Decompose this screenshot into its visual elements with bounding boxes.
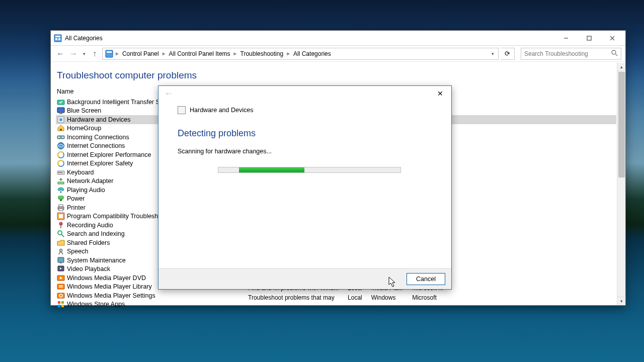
list-item-label: Power xyxy=(67,195,85,202)
navigation-bar: ← → ▾ ↑ ► Control Panel ► All Control Pa… xyxy=(51,46,625,62)
troubleshooter-item-icon xyxy=(57,142,65,150)
list-item-label: Program Compatibility Troubleshooter xyxy=(67,213,173,220)
list-item-label: Network Adapter xyxy=(67,177,113,185)
troubleshooter-item-icon xyxy=(57,168,65,176)
scrollbar-thumb[interactable] xyxy=(618,72,625,177)
list-item-label: Playing Audio xyxy=(67,187,105,194)
address-dropdown-icon[interactable]: ▾ xyxy=(488,48,497,59)
list-item-label: Internet Connections xyxy=(67,142,125,149)
svg-rect-27 xyxy=(61,172,62,173)
window-title: All Categories xyxy=(65,35,554,42)
progress-bar xyxy=(218,167,401,173)
control-panel-icon xyxy=(54,34,62,42)
breadcrumb-segment[interactable]: Troubleshooting xyxy=(238,48,286,59)
svg-line-11 xyxy=(615,54,617,56)
troubleshooter-item-icon xyxy=(57,265,65,273)
svg-rect-13 xyxy=(57,108,64,113)
svg-rect-5 xyxy=(587,36,591,40)
svg-rect-49 xyxy=(59,285,63,286)
breadcrumb-separator-icon: ► xyxy=(162,51,167,56)
refresh-button[interactable]: ⟳ xyxy=(501,48,515,60)
svg-point-41 xyxy=(59,249,62,252)
troubleshooter-item-icon xyxy=(57,230,65,238)
list-item-label: Hardware and Devices xyxy=(67,116,130,123)
nav-forward-button[interactable]: → xyxy=(68,48,79,59)
svg-rect-43 xyxy=(60,262,62,263)
vertical-scrollbar[interactable]: ▴ ▾ xyxy=(617,63,625,305)
troubleshooter-item-icon xyxy=(57,283,65,291)
list-item-label: Search and Indexing xyxy=(67,230,125,237)
dialog-back-button: ← xyxy=(163,87,175,100)
list-item-label: HomeGroup xyxy=(67,125,101,132)
svg-rect-31 xyxy=(60,199,62,201)
svg-rect-29 xyxy=(60,191,61,193)
loc-cell: Local xyxy=(348,294,370,302)
window-maximize-button[interactable] xyxy=(578,31,601,45)
svg-rect-42 xyxy=(58,257,64,262)
nav-up-button[interactable]: ↑ xyxy=(89,48,100,59)
search-icon xyxy=(611,50,618,58)
troubleshooter-item-icon xyxy=(57,292,65,300)
scrollbar-down-button[interactable]: ▾ xyxy=(617,297,626,305)
search-input[interactable]: Search Troubleshooting xyxy=(521,48,621,60)
list-item-label: Windows Media Player DVD xyxy=(67,275,146,282)
svg-rect-36 xyxy=(59,214,63,218)
dialog-status-message: Scanning for hardware changes... xyxy=(158,139,451,155)
troubleshooter-item-icon xyxy=(57,195,65,203)
nav-back-button[interactable]: ← xyxy=(55,48,66,59)
scrollbar-up-button[interactable]: ▴ xyxy=(617,63,626,71)
window-close-button[interactable] xyxy=(601,31,624,45)
breadcrumb-segment[interactable]: All Categories xyxy=(291,48,334,59)
search-placeholder: Search Troubleshooting xyxy=(524,50,588,57)
troubleshooter-item-icon xyxy=(57,133,65,141)
troubleshooter-item-icon xyxy=(57,98,65,106)
svg-rect-53 xyxy=(58,301,60,304)
list-item-label: Incoming Connections xyxy=(67,134,129,141)
svg-rect-54 xyxy=(61,301,64,304)
list-item-label: Windows Media Player Settings xyxy=(67,292,155,299)
svg-point-21 xyxy=(58,143,64,149)
svg-rect-33 xyxy=(59,205,63,207)
list-item-label: Recording Audio xyxy=(67,222,113,229)
list-item-label: System Maintenance xyxy=(67,257,126,264)
troubleshooter-icon xyxy=(178,106,186,114)
progress-bar-fill xyxy=(239,167,304,172)
breadcrumb-segment[interactable]: All Control Panel Items xyxy=(167,48,233,59)
troubleshooter-item-icon xyxy=(57,177,65,185)
list-item-label: Printer xyxy=(67,204,86,211)
svg-point-37 xyxy=(59,222,62,225)
dialog-header: Hardware and Devices xyxy=(190,107,253,114)
svg-rect-34 xyxy=(59,209,63,211)
troubleshooter-item-icon xyxy=(57,221,65,229)
nav-history-dropdown[interactable]: ▾ xyxy=(81,48,87,59)
troubleshooter-item-icon xyxy=(57,124,65,132)
troubleshooter-item-icon xyxy=(57,116,65,124)
troubleshooter-item-icon xyxy=(57,239,65,247)
troubleshooter-dialog: ← ✕ Hardware and Devices Detecting probl… xyxy=(158,85,452,290)
dialog-status-title: Detecting problems xyxy=(158,114,451,139)
svg-rect-2 xyxy=(55,38,57,40)
list-item-label: Internet Explorer Performance xyxy=(67,151,151,158)
troubleshooter-item-icon xyxy=(57,212,65,220)
list-item-label: Windows Store Apps xyxy=(67,301,125,308)
svg-rect-50 xyxy=(59,287,63,288)
cat-cell: Windows xyxy=(371,294,411,302)
dialog-close-button[interactable]: ✕ xyxy=(431,86,449,101)
cancel-button[interactable]: Cancel xyxy=(407,273,445,285)
troubleshooter-item-icon xyxy=(57,151,65,159)
list-item-label: Video Playback xyxy=(67,265,110,273)
list-item-label: Blue Screen xyxy=(67,107,101,114)
svg-rect-30 xyxy=(58,196,63,199)
window-minimize-button[interactable] xyxy=(554,31,578,45)
pub-cell: Microsoft xyxy=(412,294,451,302)
troubleshooter-item-icon xyxy=(57,186,65,194)
svg-rect-3 xyxy=(58,38,60,40)
window-titlebar[interactable]: All Categories xyxy=(51,31,625,46)
svg-point-19 xyxy=(58,136,60,138)
troubleshooter-item-icon xyxy=(57,247,65,255)
svg-rect-1 xyxy=(55,36,60,37)
address-bar[interactable]: ► Control Panel ► All Control Panel Item… xyxy=(102,48,499,60)
svg-rect-9 xyxy=(107,51,112,53)
troubleshooter-item-icon xyxy=(57,300,65,308)
breadcrumb-segment[interactable]: Control Panel xyxy=(120,48,162,59)
